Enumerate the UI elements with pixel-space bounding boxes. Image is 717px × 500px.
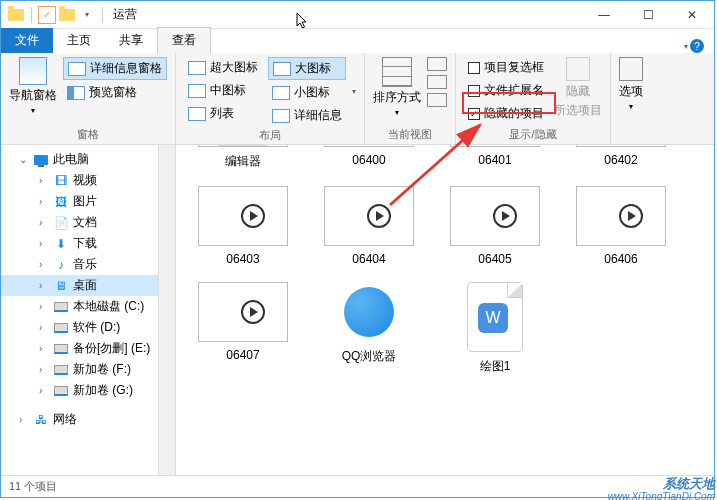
add-columns-icon[interactable]: [427, 75, 447, 89]
layout-details[interactable]: 详细信息: [268, 105, 346, 126]
item-count: 11 个项目: [9, 479, 57, 494]
tab-view[interactable]: 查看: [157, 27, 211, 53]
group-label-layout: 布局: [184, 126, 356, 143]
hide-icon: [566, 57, 590, 81]
preview-pane-button[interactable]: 预览窗格: [63, 82, 167, 103]
ribbon-tabs: 文件 主页 共享 查看 ▾?: [1, 29, 714, 53]
nav-pane-icon: [19, 57, 47, 85]
qat-check-icon[interactable]: ✓: [38, 6, 56, 24]
tab-home[interactable]: 主页: [53, 28, 105, 53]
folder-icon: [58, 6, 76, 24]
maximize-button[interactable]: ☐: [626, 1, 670, 29]
folder-icon: [7, 6, 25, 24]
group-label-panes: 窗格: [9, 125, 167, 142]
group-label-view: 当前视图: [373, 125, 447, 142]
file-item[interactable]: 06401: [436, 153, 554, 174]
qat-dropdown-icon[interactable]: ▾: [78, 6, 96, 24]
layout-list[interactable]: 列表: [184, 103, 262, 124]
file-item[interactable]: 06402: [562, 153, 680, 174]
size-columns-icon[interactable]: [427, 93, 447, 107]
tree-desktop[interactable]: ›🖥桌面: [1, 275, 175, 296]
tree-network[interactable]: ›🖧网络: [1, 409, 175, 430]
tree-videos[interactable]: ›🎞视频: [1, 170, 175, 191]
file-item[interactable]: 06400: [310, 153, 428, 174]
tree-thispc[interactable]: ⌄此电脑: [1, 149, 175, 170]
watermark: 系统天地 www.XiTongTianDi.Com: [608, 477, 715, 500]
file-item[interactable]: 06405: [436, 182, 554, 270]
ribbon: 导航窗格 ▾ 详细信息窗格 预览窗格 窗格 超大图标 中图标 列表 大图标: [1, 53, 714, 145]
options-button[interactable]: 选项: [619, 83, 643, 100]
sort-icon: [382, 57, 412, 87]
layout-small[interactable]: 小图标: [268, 82, 346, 103]
hidden-items-toggle[interactable]: 隐藏的项目: [464, 103, 548, 124]
file-view: 编辑器 06400 06401 06402 06403: [176, 145, 714, 475]
file-item[interactable]: 编辑器: [184, 153, 302, 174]
layout-xlarge[interactable]: 超大图标: [184, 57, 262, 78]
nav-sidebar: ⌄此电脑 ›🎞视频 ›🖼图片 ›📄文档 ›⬇下载 ›♪音乐 ›🖥桌面 ›本地磁盘…: [1, 145, 176, 475]
group-by-icon[interactable]: [427, 57, 447, 71]
minimize-button[interactable]: —: [582, 1, 626, 29]
hide-button[interactable]: 隐藏: [566, 83, 590, 100]
tree-downloads[interactable]: ›⬇下载: [1, 233, 175, 254]
nav-pane-button[interactable]: 导航窗格: [9, 87, 57, 104]
titlebar: ✓ ▾ 运营 — ☐ ✕: [1, 1, 714, 29]
group-label-showhide: 显示/隐藏: [464, 125, 602, 142]
layout-large[interactable]: 大图标: [268, 57, 346, 80]
file-item[interactable]: 06406: [562, 182, 680, 270]
options-icon: [619, 57, 643, 81]
detail-pane-button[interactable]: 详细信息窗格: [63, 57, 167, 80]
tab-file[interactable]: 文件: [1, 28, 53, 53]
tree-drive-d[interactable]: ›软件 (D:): [1, 317, 175, 338]
item-checkboxes-toggle[interactable]: 项目复选框: [464, 57, 548, 78]
layout-expand-icon[interactable]: ▾: [352, 87, 356, 96]
file-item[interactable]: 06404: [310, 182, 428, 270]
file-item[interactable]: 06403: [184, 182, 302, 270]
file-item[interactable]: 06407: [184, 278, 302, 379]
tree-drive-e[interactable]: ›备份[勿删] (E:): [1, 338, 175, 359]
window-title: 运营: [113, 6, 137, 23]
file-item[interactable]: W 绘图1: [436, 278, 554, 379]
tree-music[interactable]: ›♪音乐: [1, 254, 175, 275]
tree-drive-c[interactable]: ›本地磁盘 (C:): [1, 296, 175, 317]
file-item[interactable]: QQ浏览器: [310, 278, 428, 379]
tree-pictures[interactable]: ›🖼图片: [1, 191, 175, 212]
hide-selected-label: 所选项目: [554, 102, 602, 119]
file-extensions-toggle[interactable]: 文件扩展名: [464, 80, 548, 101]
sort-button[interactable]: 排序方式: [373, 89, 421, 106]
tree-drive-f[interactable]: ›新加卷 (F:): [1, 359, 175, 380]
help-icon[interactable]: ▾?: [684, 39, 704, 53]
tree-documents[interactable]: ›📄文档: [1, 212, 175, 233]
tab-share[interactable]: 共享: [105, 28, 157, 53]
layout-medium[interactable]: 中图标: [184, 80, 262, 101]
tree-drive-g[interactable]: ›新加卷 (G:): [1, 380, 175, 401]
close-button[interactable]: ✕: [670, 1, 714, 29]
